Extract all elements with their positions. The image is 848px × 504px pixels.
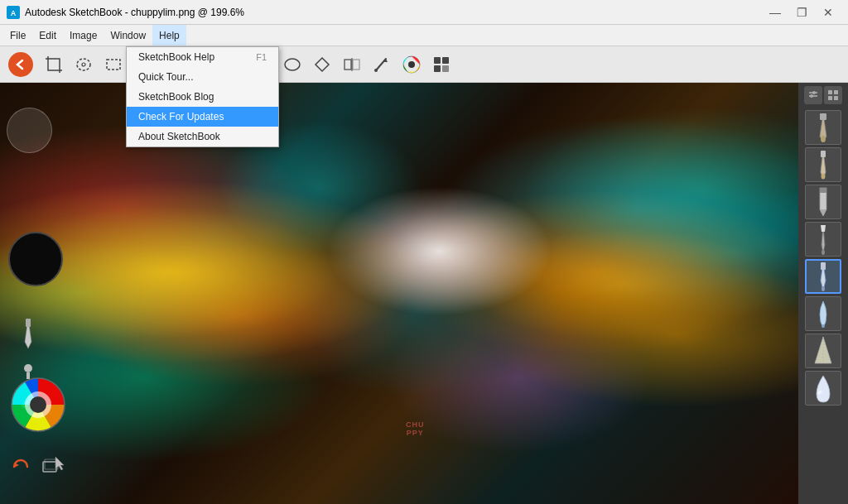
svg-rect-9 (107, 60, 120, 70)
svg-point-8 (82, 63, 85, 66)
svg-point-7 (77, 59, 90, 70)
help-dropdown-menu: SketchBook Help F1 Quick Tour... SketchB… (126, 46, 279, 147)
svg-rect-2 (48, 59, 60, 70)
crop-tool-button[interactable] (40, 50, 68, 79)
restore-button[interactable]: ❐ (788, 0, 815, 25)
svg-text:A: A (11, 9, 17, 17)
shape-tool-button[interactable] (308, 50, 336, 79)
rect-select-icon (104, 55, 123, 74)
menu-window[interactable]: Window (104, 25, 152, 46)
brush-thumb-soft-pencil[interactable] (805, 147, 841, 182)
menu-item-shortcut: F1 (256, 52, 267, 62)
menu-item-sketchbook-help[interactable]: SketchBook Help F1 (127, 47, 278, 67)
titlebar-controls: — ❐ ✕ (762, 0, 841, 25)
menu-item-about[interactable]: About SketchBook (127, 127, 278, 146)
ellipse-tool-button[interactable] (278, 50, 306, 79)
sliders-icon (807, 89, 819, 101)
svg-rect-23 (353, 60, 359, 70)
svg-point-59 (822, 324, 825, 328)
menu-edit[interactable]: Edit (32, 25, 63, 46)
right-panel-top-row (804, 86, 842, 104)
brush-thumb-water[interactable] (805, 296, 841, 331)
color-wheel-toolbar-icon (402, 55, 422, 74)
lasso-tool-button[interactable] (70, 50, 98, 79)
flip-h-icon (343, 55, 361, 74)
menu-item-label: About SketchBook (138, 131, 220, 142)
brush-triangle-icon (808, 335, 838, 367)
canvas-area[interactable]: CHUPPY (0, 83, 798, 504)
svg-point-45 (812, 91, 816, 94)
svg-marker-40 (14, 463, 19, 468)
pen-tool-icon (17, 319, 40, 350)
titlebar-left: A Autodesk SketchBook - chuppylim.png @ … (7, 6, 244, 19)
color-wheel-panel[interactable] (8, 375, 71, 438)
brush-hard-pencil-icon (808, 112, 838, 143)
undo-button[interactable] (8, 454, 33, 479)
menu-file[interactable]: File (3, 25, 32, 46)
right-panel-icon1[interactable] (804, 86, 822, 104)
brush-tools-button[interactable] (368, 50, 396, 79)
color-wheel-button[interactable] (398, 50, 426, 79)
brush-drop-icon (808, 372, 838, 404)
right-panel-icon2[interactable] (824, 86, 842, 104)
menu-image[interactable]: Image (63, 25, 104, 46)
brush-pen-icon (808, 261, 838, 292)
svg-point-46 (810, 94, 813, 98)
brush-thumb-drop[interactable] (805, 371, 841, 406)
watermark: CHUPPY (406, 421, 425, 438)
svg-rect-52 (820, 113, 826, 120)
svg-point-57 (822, 286, 825, 291)
ellipse-icon (283, 55, 301, 74)
svg-point-21 (285, 59, 300, 70)
menu-item-quick-tour[interactable]: Quick Tour... (127, 67, 278, 87)
autodesk-logo-icon: A (7, 6, 20, 19)
shape-icon (313, 55, 331, 74)
brush-thumb-pen[interactable] (805, 259, 841, 294)
close-button[interactable]: ✕ (815, 0, 841, 25)
pointer-tool-button[interactable] (50, 451, 73, 474)
menu-item-label: SketchBook Help (138, 51, 214, 63)
menu-item-label: SketchBook Blog (138, 91, 214, 103)
svg-point-28 (408, 61, 415, 68)
svg-point-25 (374, 69, 378, 72)
menu-item-sketchbook-blog[interactable]: SketchBook Blog (127, 87, 278, 107)
color-wheel-icon (8, 375, 68, 434)
brush-ink-icon (808, 223, 838, 255)
menu-help[interactable]: Help (152, 25, 186, 46)
rect-select-button[interactable] (99, 50, 128, 79)
layers-icon (432, 55, 450, 74)
undo-icon (11, 457, 31, 477)
crop-icon (45, 55, 63, 74)
brush-icon (373, 55, 391, 74)
svg-rect-49 (828, 96, 832, 100)
flip-h-button[interactable] (338, 50, 366, 79)
brush-thumb-triangle[interactable] (805, 334, 841, 368)
back-arrow-button[interactable] (8, 52, 33, 77)
pointer-icon (52, 454, 70, 472)
brush-water-icon (808, 298, 838, 329)
brush-thumb-hard-pencil[interactable] (805, 110, 841, 145)
svg-rect-29 (434, 57, 441, 64)
svg-rect-47 (828, 90, 832, 94)
svg-point-56 (822, 250, 825, 255)
svg-rect-33 (26, 319, 31, 327)
svg-rect-22 (344, 60, 351, 70)
menu-item-label: Check For Updates (138, 111, 224, 122)
svg-rect-32 (442, 65, 449, 72)
menu-item-check-updates[interactable]: Check For Updates (127, 107, 278, 127)
brush-soft-pencil-icon (808, 149, 838, 180)
brush-thumb-marker[interactable] (805, 185, 841, 219)
svg-rect-50 (834, 96, 838, 100)
menu-item-label: Quick Tour... (138, 71, 193, 83)
back-arrow-icon (14, 58, 27, 71)
brush-thumb-ink[interactable] (805, 222, 841, 257)
layers-button[interactable] (427, 50, 455, 79)
titlebar: A Autodesk SketchBook - chuppylim.png @ … (0, 0, 848, 25)
minimize-button[interactable]: — (762, 0, 788, 25)
pen-tool-button[interactable] (17, 319, 41, 352)
svg-rect-54 (821, 151, 826, 157)
right-tools-panel (798, 83, 848, 504)
grid-icon (827, 89, 839, 101)
brush-marker-icon (808, 186, 838, 218)
svg-rect-55 (820, 188, 826, 193)
